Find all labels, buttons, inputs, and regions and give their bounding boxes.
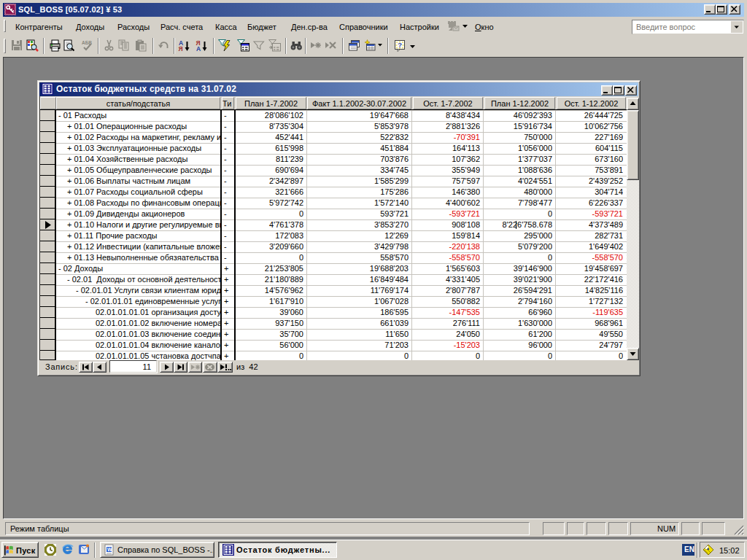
svg-text:?: ?	[398, 41, 402, 49]
svg-text:W: W	[107, 547, 112, 552]
svg-text:А: А	[196, 45, 201, 52]
svg-text:Я: Я	[179, 45, 183, 52]
